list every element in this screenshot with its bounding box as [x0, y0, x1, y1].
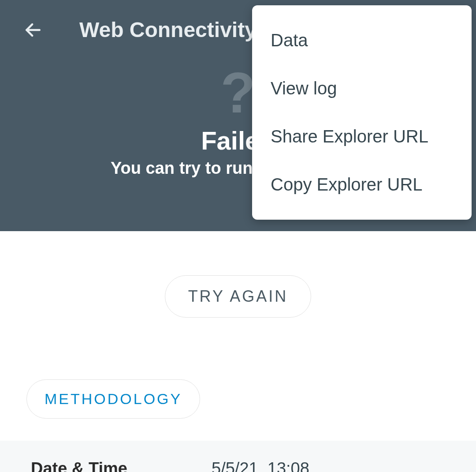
- detail-label-datetime: Date & Time: [31, 459, 212, 472]
- try-again-button[interactable]: TRY AGAIN: [165, 275, 312, 318]
- menu-item-view-log[interactable]: View log: [252, 64, 472, 112]
- detail-value-datetime: 5/5/21, 13:08: [212, 459, 309, 472]
- menu-item-data[interactable]: Data: [252, 16, 472, 64]
- overflow-menu: Data View log Share Explorer URL Copy Ex…: [252, 5, 472, 220]
- question-mark-icon: ?: [220, 64, 255, 121]
- detail-row-datetime: Date & Time 5/5/21, 13:08: [31, 459, 445, 472]
- menu-item-copy-explorer-url[interactable]: Copy Explorer URL: [252, 161, 472, 209]
- methodology-row: METHODOLOGY: [0, 379, 476, 419]
- methodology-button[interactable]: METHODOLOGY: [26, 379, 200, 419]
- back-arrow-icon[interactable]: [22, 19, 44, 41]
- details-section: Date & Time 5/5/21, 13:08: [0, 441, 476, 472]
- content-area: TRY AGAIN METHODOLOGY Date & Time 5/5/21…: [0, 231, 476, 472]
- menu-item-share-explorer-url[interactable]: Share Explorer URL: [252, 112, 472, 161]
